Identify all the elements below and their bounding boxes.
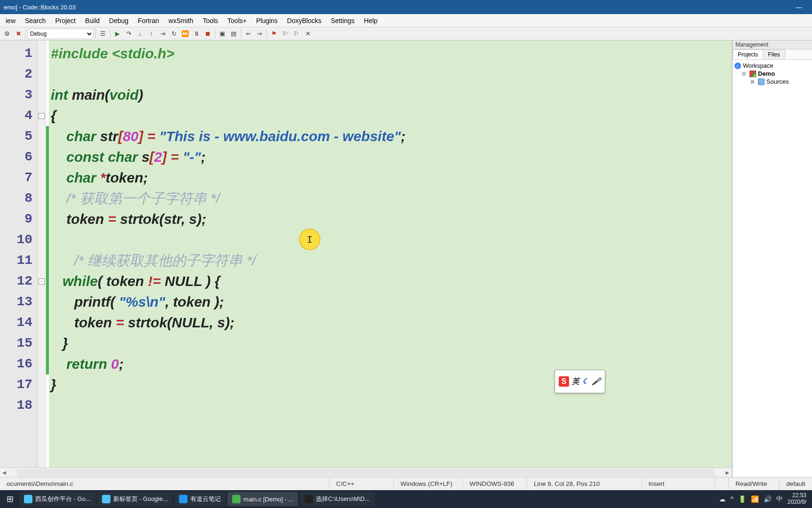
menu-fortran[interactable]: Fortran — [133, 15, 164, 26]
taskbar-item-label: 有道云笔记 — [190, 495, 221, 503]
expand-icon[interactable]: ⊟ — [742, 71, 748, 76]
ime-mode: 英 — [572, 371, 579, 392]
status-bar: ocuments\Demo\main.c C/C++ Windows (CR+L… — [0, 477, 812, 490]
flag-clear-button[interactable]: ✕ — [303, 29, 313, 39]
project-tree[interactable]: ⌂ Workspace ⊟ Demo ⊞ Sources — [733, 60, 812, 477]
menu-help[interactable]: Help — [359, 15, 383, 26]
fold-column[interactable] — [38, 40, 46, 468]
status-readwrite: Read/Write — [729, 477, 780, 490]
step-over-button[interactable]: ↷ — [124, 29, 134, 39]
management-panel: Management Projects Files ⌂ Workspace ⊟ … — [732, 40, 812, 477]
stop-button[interactable]: ⏹ — [203, 29, 213, 39]
horizontal-scrollbar[interactable]: ◄ ► — [0, 468, 732, 477]
menu-tools[interactable]: Tools — [198, 15, 223, 26]
title-bar: emo] - Code::Blocks 20.03 — — [0, 0, 812, 14]
status-insert-mode: Insert — [642, 477, 715, 490]
flag-prev-button[interactable]: ⚐ — [280, 29, 290, 39]
flag-next-button[interactable]: ⚐ — [291, 29, 302, 39]
tray-icon[interactable]: 📶 — [751, 495, 759, 503]
menu-search[interactable]: Search — [20, 15, 50, 26]
menu-iew[interactable]: iew — [1, 15, 20, 26]
status-encoding: WINDOWS-936 — [463, 477, 527, 490]
restart-button[interactable]: ↻ — [169, 29, 179, 39]
pause-button[interactable]: ⏸ — [191, 29, 202, 39]
editor-area: 123456789101112131415161718 #include <st… — [0, 40, 732, 477]
app-icon — [232, 495, 241, 503]
menu-doxyblocks[interactable]: DoxyBlocks — [282, 15, 326, 26]
menu-wxsmith[interactable]: wxSmith — [164, 15, 198, 26]
taskbar-item[interactable]: 选择C:\Users\M\D... — [300, 492, 375, 506]
windows-icon: ⊞ — [7, 494, 14, 504]
window-title: emo] - Code::Blocks 20.03 — [4, 4, 76, 11]
menu-build[interactable]: Build — [80, 15, 104, 26]
sogou-icon: S — [559, 376, 569, 387]
tree-project[interactable]: ⊟ Demo — [734, 70, 811, 78]
nav-fwd-button[interactable]: ⇒ — [254, 29, 265, 39]
status-eol: Windows (CR+LF) — [394, 477, 463, 490]
tree-label: Sources — [766, 78, 789, 85]
taskbar-item[interactable]: 西瓜创作平台 - Go... — [19, 492, 95, 506]
system-tray[interactable]: ☁^🔋📶🔊中 — [719, 495, 783, 503]
continue-button[interactable]: ⏩ — [180, 29, 190, 39]
clock-time: 22:53 — [792, 492, 806, 499]
scroll-right-icon[interactable]: ► — [723, 469, 732, 476]
tab-projects[interactable]: Projects — [733, 49, 763, 59]
tray-icon[interactable]: ^ — [730, 495, 734, 503]
taskbar-item-label: 选择C:\Users\M\D... — [316, 495, 370, 503]
dbgwin2-button[interactable]: ▤ — [228, 29, 239, 39]
menu-bar: iewSearchProjectBuildDebugFortranwxSmith… — [0, 14, 812, 27]
mic-icon: 🎤 — [592, 371, 601, 392]
dbgwin1-button[interactable]: ▣ — [217, 29, 227, 39]
taskbar-item-label: 西瓜创作平台 - Go... — [35, 495, 91, 503]
run-to-button[interactable]: ⇥ — [157, 29, 168, 39]
taskbar: ⊞ 西瓜创作平台 - Go...新标签页 - Google...有道云笔记mai… — [0, 490, 812, 508]
menu-settings[interactable]: Settings — [326, 15, 359, 26]
code-editor[interactable]: 123456789101112131415161718 #include <st… — [0, 40, 732, 468]
tree-label: Demo — [758, 70, 775, 77]
step-out-button[interactable]: ↑ — [146, 29, 156, 39]
taskbar-item-label: 新标签页 - Google... — [113, 495, 168, 503]
x-red-button[interactable]: ✖ — [13, 29, 23, 39]
step-into-button[interactable]: ↓ — [135, 29, 145, 39]
build-config-select[interactable]: Debug — [28, 29, 94, 39]
app-icon — [179, 495, 187, 503]
moon-icon: ☾ — [582, 371, 589, 392]
tray-icon[interactable]: 中 — [776, 495, 783, 503]
taskbar-item[interactable]: main.c [Demo] - ... — [227, 492, 298, 506]
menu-debug[interactable]: Debug — [104, 15, 133, 26]
taskbar-item[interactable]: 有道云笔记 — [174, 492, 226, 506]
tree-label: Workspace — [743, 62, 773, 69]
flag-red-button[interactable]: ⚑ — [269, 29, 279, 39]
tab-files[interactable]: Files — [763, 49, 785, 59]
tree-folder-sources[interactable]: ⊞ Sources — [734, 78, 811, 86]
status-language: C/C++ — [329, 477, 394, 490]
code-text[interactable]: #include <stdio.h>int main(void){ char s… — [49, 40, 732, 468]
nav-back-button[interactable]: ⇐ — [243, 29, 253, 39]
taskbar-item[interactable]: 新标签页 - Google... — [97, 492, 172, 506]
line-gutter: 123456789101112131415161718 — [0, 40, 38, 468]
expand-icon[interactable]: ⊞ — [750, 79, 756, 84]
tray-icon[interactable]: 🔊 — [764, 495, 772, 503]
menu-tools+[interactable]: Tools+ — [223, 15, 251, 26]
menu-plugins[interactable]: Plugins — [251, 15, 282, 26]
tree-workspace[interactable]: ⌂ Workspace — [734, 62, 811, 70]
menu-project[interactable]: Project — [50, 15, 80, 26]
tasklist-button[interactable]: ☰ — [98, 29, 108, 39]
tray-icon[interactable]: ☁ — [719, 495, 726, 503]
clock-date: 2020/9/ — [788, 499, 806, 506]
folder-icon — [758, 79, 765, 85]
scroll-left-icon[interactable]: ◄ — [0, 469, 8, 476]
start-button[interactable]: ⊞ — [3, 492, 17, 506]
project-icon — [750, 71, 756, 77]
management-title: Management — [733, 40, 812, 49]
status-position: Line 9, Col 28, Pos 210 — [527, 477, 642, 490]
play-button[interactable]: ▶ — [112, 29, 123, 39]
status-filepath: ocuments\Demo\main.c — [0, 477, 329, 490]
taskbar-clock[interactable]: 22:53 2020/9/ — [785, 492, 809, 506]
tray-icon[interactable]: 🔋 — [738, 495, 746, 503]
minimize-button[interactable]: — — [789, 3, 808, 11]
app-icon — [304, 495, 313, 503]
gear-button[interactable]: ⚙ — [2, 29, 12, 39]
ime-indicator[interactable]: S英☾🎤 — [554, 370, 605, 393]
status-profile: default — [780, 477, 812, 490]
